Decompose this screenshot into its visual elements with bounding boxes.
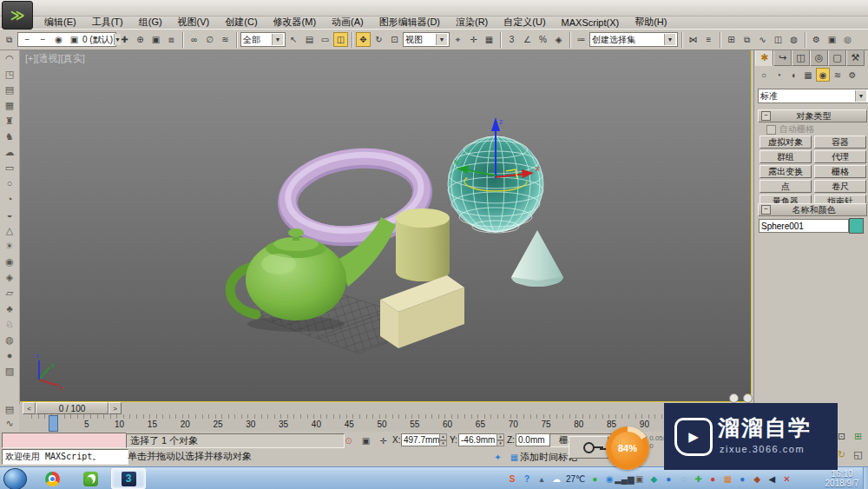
grid-button[interactable]: 栅格 — [814, 165, 866, 178]
shield-tray-icon[interactable]: ◆ — [648, 472, 660, 485]
time-marker[interactable] — [49, 415, 58, 432]
tab-modify[interactable]: ↪ — [773, 50, 792, 66]
tab-create[interactable]: ✱ — [755, 50, 773, 66]
y-coordinate-field[interactable]: -46.9mm — [458, 433, 502, 446]
ribbon-icon-1[interactable]: ◳ — [2, 66, 17, 82]
snaps-toggle-icon[interactable]: 3 — [504, 32, 519, 47]
object-type-rollout[interactable]: − 对象类型 — [758, 109, 867, 122]
named-selection-set-dropdown[interactable]: 创建选择集 ▼ — [589, 32, 678, 47]
systems-icon[interactable]: ⚙ — [845, 68, 859, 82]
maximize-viewport-icon[interactable]: ◱ — [850, 446, 866, 464]
rectangular-region-icon[interactable]: ▭ — [318, 32, 332, 47]
render-setup-icon[interactable]: ⚙ — [809, 32, 824, 47]
ribbon-icon-5[interactable]: ♞ — [2, 129, 17, 144]
helper-category-arrow[interactable]: ▼ — [855, 90, 866, 102]
x-spinner[interactable]: ▴▾ — [439, 433, 447, 446]
previous-frame-button[interactable]: < — [23, 402, 36, 414]
taskbar-3dsmax-button[interactable]: 3 — [111, 468, 146, 489]
select-scale-icon[interactable]: ⊡ — [387, 32, 402, 47]
ribbon-icon-16[interactable]: ♣ — [2, 301, 17, 316]
helper-category-dropdown[interactable]: 标准 ▼ — [758, 89, 868, 103]
sogou-tray-icon[interactable]: S — [506, 472, 518, 485]
set-key-button[interactable] — [569, 436, 608, 459]
ribbon-icon-10[interactable]: ◒ — [2, 207, 17, 222]
taskbar-green-app-button[interactable] — [73, 468, 108, 489]
ribbon-icon-11[interactable]: △ — [2, 222, 17, 238]
selection-set-dropdown-arrow[interactable]: ▼ — [664, 34, 675, 45]
space-warps-icon[interactable]: ≋ — [831, 68, 845, 82]
tray-red-x-icon[interactable]: ✕ — [780, 472, 792, 485]
menu-item-11[interactable]: 帮助(H) — [627, 16, 674, 29]
point-button[interactable]: 点 — [760, 180, 812, 193]
collapse-icon[interactable]: − — [761, 205, 771, 215]
maxscript-mini-listener[interactable] — [2, 433, 127, 448]
tray-expand-icon[interactable]: ▴ — [536, 472, 548, 485]
tray-blue-dot-icon[interactable]: ● — [662, 472, 674, 485]
viewport-label[interactable]: [+][透视][真实] — [25, 52, 85, 65]
taskbar-chrome-button[interactable] — [35, 468, 69, 489]
material-editor-icon[interactable]: ◍ — [786, 32, 801, 47]
set-current-layer-icon[interactable]: ⧈ — [164, 32, 179, 47]
window-crossing-icon[interactable]: ◫ — [333, 32, 348, 47]
ribbon-icon-0[interactable]: ◠ — [2, 50, 17, 66]
ribbon-icon-3[interactable]: ▦ — [2, 97, 17, 113]
tray-gray-icon[interactable]: ◌ — [677, 472, 689, 485]
select-rotate-icon[interactable]: ↻ — [372, 32, 386, 47]
select-object-icon[interactable]: ↖ — [286, 32, 301, 47]
percent-snap-icon[interactable]: % — [536, 32, 550, 47]
reference-coordinate-dropdown[interactable]: 视图 ▼ — [403, 32, 450, 47]
cylinder-object[interactable] — [396, 208, 450, 281]
add-to-layer-icon[interactable]: ⊕ — [133, 32, 148, 47]
network-signal-icon[interactable]: ▂▄▆ — [618, 472, 630, 485]
select-move-icon[interactable]: ✥ — [356, 32, 371, 47]
menu-item-4[interactable]: 创建(C) — [217, 16, 265, 29]
bind-to-space-warp-icon[interactable]: ≋ — [218, 32, 233, 47]
weather-icon[interactable]: ☁ — [550, 472, 562, 485]
ribbon-icon-20[interactable]: ▨ — [2, 363, 17, 379]
tape-button[interactable]: 卷尺 — [814, 180, 866, 193]
menu-item-8[interactable]: 渲染(R) — [448, 16, 496, 29]
x-coordinate-field[interactable]: 497.7mm — [401, 433, 444, 446]
delegate-button[interactable]: 代理 — [814, 150, 866, 163]
select-layer-objects-icon[interactable]: ▣ — [148, 32, 163, 47]
show-desktop-button[interactable] — [863, 467, 868, 489]
coord-dropdown-arrow[interactable]: ▼ — [436, 34, 447, 45]
ribbon-icon-15[interactable]: ▱ — [2, 285, 17, 301]
app-logo-button[interactable]: ≫ — [2, 1, 33, 30]
track-selection-icon[interactable]: ▤ — [2, 402, 17, 416]
tray-blue2-icon[interactable]: ● — [736, 472, 748, 485]
keyboard-override-icon[interactable]: ▦ — [482, 32, 496, 47]
schematic-view-icon[interactable]: ◫ — [771, 32, 786, 47]
selection-filter-dropdown[interactable]: 全部 ▼ — [240, 32, 286, 47]
menu-item-1[interactable]: 工具(T) — [84, 16, 131, 29]
expose-tm-button[interactable]: 露出变换 — [760, 165, 812, 178]
unlink-selection-icon[interactable]: ∅ — [202, 32, 217, 47]
next-frame-button[interactable]: > — [108, 402, 122, 414]
menu-item-5[interactable]: 修改器(M) — [266, 16, 325, 29]
shapes-icon[interactable]: ◔ — [772, 68, 786, 82]
scene-explorer-icon[interactable]: ⊞ — [724, 32, 739, 47]
tray-red-dot-icon[interactable]: ● — [707, 472, 719, 485]
volume-icon[interactable]: ◀ — [766, 472, 778, 485]
create-layer-icon[interactable]: ✚ — [117, 32, 132, 47]
tray-green-plus-icon[interactable]: ✚ — [692, 472, 704, 485]
menu-item-2[interactable]: 组(G) — [131, 16, 170, 29]
curve-editor-icon[interactable]: ∿ — [755, 32, 770, 47]
dummy-button[interactable]: 虚拟对象 — [760, 135, 812, 149]
y-spinner[interactable]: ▴▾ — [496, 433, 504, 446]
tray-green-dot-icon[interactable]: ● — [589, 472, 601, 485]
menu-item-10[interactable]: MAXScript(X) — [554, 16, 628, 29]
rendered-frame-icon[interactable]: ▣ — [825, 32, 839, 47]
layer-dropdown[interactable]: −−◉▣ 0 (默认) ▼ — [17, 32, 116, 47]
crowd-button[interactable]: 群组 — [760, 150, 812, 163]
tray-orange-grid-icon[interactable]: ▦ — [721, 472, 733, 485]
perspective-viewport[interactable]: [+][透视][真实] — [19, 49, 752, 402]
ribbon-icon-17[interactable]: ♘ — [2, 316, 17, 332]
absolute-mode-icon[interactable]: ✛ — [376, 433, 391, 448]
mirror-icon[interactable]: ⋈ — [686, 32, 700, 47]
zoom-extents-all-icon[interactable]: ⊞ — [850, 427, 866, 446]
maxscript-welcome[interactable]: 欢迎使用 MAXScript。 — [2, 449, 128, 465]
menu-item-7[interactable]: 图形编辑器(D) — [372, 16, 448, 29]
ribbon-icon-4[interactable]: ♜ — [2, 113, 17, 129]
recorder-progress-badge[interactable]: 84% — [606, 426, 649, 470]
